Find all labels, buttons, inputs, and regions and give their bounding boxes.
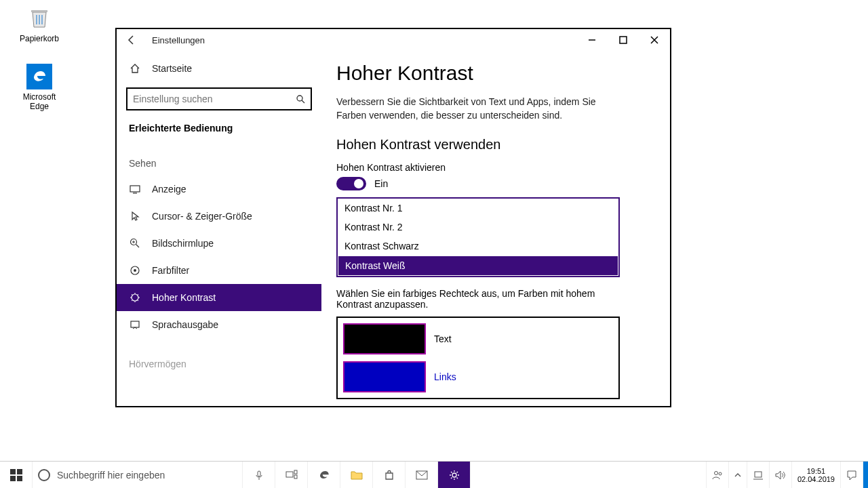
svg-line-3	[302, 100, 304, 103]
adjust-text: Wählen Sie ein farbiges Rechteck aus, um…	[336, 288, 621, 310]
taskbar-explorer[interactable]	[340, 462, 373, 488]
svg-line-20	[138, 294, 139, 296]
high-contrast-icon	[129, 291, 141, 304]
color-adjust-panel: Text Links	[336, 317, 620, 399]
svg-rect-27	[286, 472, 293, 477]
sidebar-group-sehen: Sehen	[117, 146, 321, 176]
page-description: Verbessern Sie die Sichtbarkeit von Text…	[336, 96, 621, 122]
sidebar-item-label: Farbfilter	[152, 265, 189, 276]
color-swatch-text[interactable]	[343, 323, 426, 354]
svg-rect-4	[130, 186, 140, 192]
cursor-icon	[129, 210, 141, 222]
sidebar-home[interactable]: Startseite	[117, 55, 321, 82]
sidebar-item-colorfilter[interactable]: Farbfilter	[117, 257, 321, 284]
tray-volume[interactable]	[769, 462, 791, 488]
theme-option-selected[interactable]: Kontrast Weiß	[338, 256, 618, 275]
tray-overflow[interactable]	[728, 462, 747, 488]
section-heading: Hohen Kontrast verwenden	[336, 137, 652, 152]
color-row-text[interactable]: Text	[343, 323, 613, 354]
sidebar-item-label: Anzeige	[152, 184, 186, 195]
color-label: Text	[434, 333, 452, 344]
sidebar-item-magnifier[interactable]: Bildschirmlupe	[117, 230, 321, 257]
toggle-state-text: Ein	[374, 178, 388, 189]
sidebar-item-anzeige[interactable]: Anzeige	[117, 176, 321, 203]
sidebar-item-high-contrast[interactable]: Hoher Kontrast	[117, 284, 321, 311]
color-label: Links	[434, 371, 456, 382]
svg-rect-21	[131, 321, 139, 327]
theme-option[interactable]: Kontrast Nr. 2	[338, 218, 618, 237]
desktop-icon-recycle-bin[interactable]: Papierkorb	[14, 4, 65, 43]
start-button[interactable]	[0, 462, 33, 488]
sidebar-item-cursor[interactable]: Cursor- & Zeiger-Größe	[117, 203, 321, 230]
tray-clock[interactable]: 19:51 02.04.2019	[791, 462, 840, 488]
cortana-icon	[38, 469, 50, 481]
taskbar-mic[interactable]	[243, 462, 275, 488]
home-icon	[129, 62, 141, 75]
sidebar-item-label: Cursor- & Zeiger-Größe	[152, 211, 252, 222]
svg-line-7	[136, 245, 140, 248]
window-title: Einstellungen	[152, 35, 205, 45]
color-filter-icon	[129, 264, 141, 277]
magnifier-plus-icon	[129, 237, 141, 249]
theme-option[interactable]: Kontrast Nr. 1	[338, 199, 618, 218]
taskbar-search-placeholder: Suchbegriff hier eingeben	[57, 470, 165, 481]
high-contrast-toggle[interactable]	[336, 177, 366, 190]
minimize-button[interactable]	[576, 29, 608, 51]
desktop-icon-label: Microsoft Edge	[14, 92, 65, 111]
svg-rect-29	[294, 475, 297, 479]
taskbar: Suchbegriff hier eingeben 19:51 02.04.20…	[0, 461, 868, 488]
svg-line-18	[138, 300, 139, 302]
svg-point-31	[452, 473, 456, 477]
svg-rect-28	[294, 470, 297, 474]
tray-network[interactable]	[747, 462, 769, 488]
search-icon	[296, 94, 305, 104]
back-button[interactable]	[123, 32, 140, 48]
taskbar-edge[interactable]	[308, 462, 340, 488]
sidebar-item-label: Hoher Kontrast	[152, 292, 216, 303]
settings-window: Einstellungen Startseite	[115, 28, 671, 407]
svg-rect-24	[10, 476, 16, 481]
display-icon	[129, 183, 141, 195]
sidebar: Startseite Erleichterte Bedienung Sehen …	[117, 51, 321, 406]
taskbar-settings[interactable]	[438, 462, 471, 488]
recycle-bin-icon	[26, 4, 53, 31]
taskbar-store[interactable]	[373, 462, 406, 488]
svg-rect-22	[10, 469, 16, 474]
svg-rect-23	[17, 469, 22, 474]
svg-rect-25	[17, 476, 22, 481]
svg-line-17	[132, 294, 133, 296]
svg-point-11	[134, 269, 136, 272]
content-pane: Hoher Kontrast Verbessern Sie die Sichtb…	[321, 51, 670, 406]
theme-option[interactable]: Kontrast Schwarz	[338, 237, 618, 256]
svg-line-19	[132, 300, 133, 302]
taskbar-search[interactable]: Suchbegriff hier eingeben	[33, 462, 243, 488]
svg-point-33	[719, 472, 722, 475]
tray-date: 02.04.2019	[797, 475, 835, 483]
search-input[interactable]	[133, 94, 296, 104]
toggle-label: Hohen Kontrast aktivieren	[336, 162, 652, 173]
tray-action-center[interactable]	[840, 462, 863, 488]
search-box[interactable]	[126, 87, 312, 110]
color-row-links[interactable]: Links	[343, 361, 613, 392]
sidebar-home-label: Startseite	[152, 63, 192, 74]
svg-point-32	[714, 471, 717, 474]
theme-dropdown[interactable]: Kontrast Nr. 1 Kontrast Nr. 2 Kontrast S…	[336, 197, 620, 277]
color-swatch-links[interactable]	[343, 361, 426, 392]
edge-icon	[26, 64, 52, 89]
taskbar-mail[interactable]	[406, 462, 438, 488]
svg-rect-1	[620, 37, 627, 43]
tray-time: 19:51	[807, 467, 826, 475]
desktop-icon-edge[interactable]: Microsoft Edge	[14, 64, 65, 111]
close-button[interactable]	[639, 29, 670, 51]
maximize-button[interactable]	[608, 29, 639, 51]
svg-rect-34	[755, 472, 762, 477]
sidebar-item-label: Bildschirmlupe	[152, 238, 214, 249]
taskbar-taskview[interactable]	[275, 462, 308, 488]
show-desktop[interactable]	[863, 462, 868, 488]
titlebar: Einstellungen	[117, 29, 670, 51]
tray-people[interactable]	[706, 462, 728, 488]
sidebar-group-hoeren: Hörvermögen	[117, 338, 321, 376]
desktop-icon-label: Papierkorb	[14, 34, 65, 43]
narrator-icon	[129, 319, 141, 331]
sidebar-item-narrator[interactable]: Sprachausgabe	[117, 311, 321, 338]
